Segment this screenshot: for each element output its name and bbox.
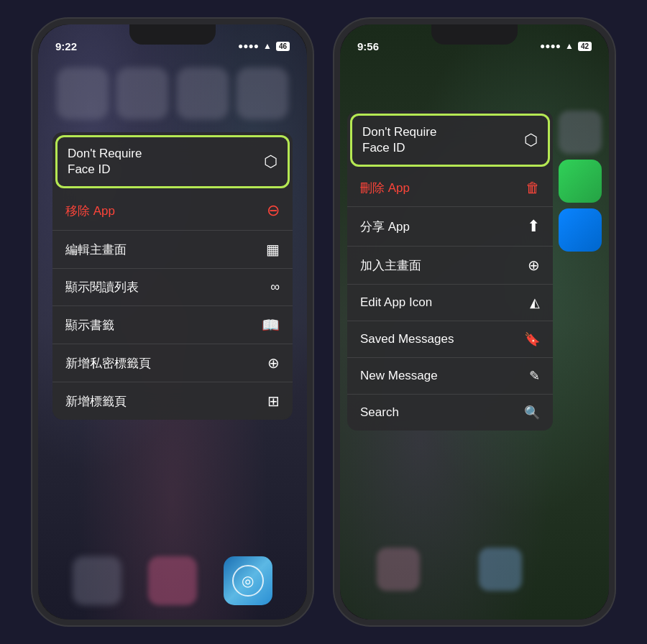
- app-icon-blur-2: [116, 68, 168, 119]
- menu-item-private-tab-1[interactable]: 新增私密標籤頁 ⊕: [52, 344, 293, 382]
- safari-icon-1: ◎: [224, 556, 272, 605]
- delete-icon-2: 🗑: [526, 180, 540, 196]
- menu-item-share-app-2[interactable]: 分享 App ⬆: [347, 207, 553, 247]
- app-icon-blur-4: [237, 68, 288, 119]
- signal-icon-1: ●●●●: [238, 41, 259, 51]
- battery-badge-1: 46: [276, 42, 290, 51]
- safari-compass: ◎: [232, 565, 264, 597]
- add-home-icon-2: ⊕: [528, 257, 540, 274]
- app-icon-blur-3: [177, 68, 229, 119]
- share-icon-2: ⬆: [527, 217, 540, 236]
- phone-2: 9:56 ●●●● ▲ 42 Don't Require Face ID ⬡: [334, 19, 615, 625]
- dont-require-face-id-label-2: Don't Require Face ID: [362, 124, 436, 156]
- menu-item-saved-messages-2[interactable]: Saved Messages 🔖: [347, 321, 553, 358]
- menu-item-search-2[interactable]: Search 🔍: [347, 395, 553, 431]
- app-icon-blur-1: [57, 68, 109, 119]
- saved-messages-label-2: Saved Messages: [360, 332, 454, 346]
- menu-item-edit-home-1[interactable]: 編輯主畫面 ▦: [52, 231, 293, 269]
- menu-item-bookmarks-1[interactable]: 顯示書籤 📖: [52, 306, 293, 344]
- delete-app-label-2: 刪除 App: [360, 180, 410, 196]
- search-label-2: Search: [360, 405, 399, 420]
- bottom-app-1: [377, 548, 420, 591]
- menu-item-edit-icon-2[interactable]: Edit App Icon ◭: [347, 285, 553, 321]
- edit-icon-icon-2: ◭: [530, 295, 540, 310]
- battery-badge-2: 42: [578, 42, 592, 51]
- side-app-blue: [559, 208, 602, 252]
- reading-list-label-1: 顯示閱讀列表: [65, 279, 139, 295]
- highlighted-item-1[interactable]: Don't Require Face ID ⬡: [55, 135, 290, 188]
- notch-1: [129, 24, 216, 45]
- status-time-1: 9:22: [55, 40, 77, 52]
- bookmarks-label-1: 顯示書籤: [65, 317, 114, 334]
- menu-item-reading-list-1[interactable]: 顯示閱讀列表 ∞: [52, 269, 293, 306]
- search-icon-2: 🔍: [524, 405, 540, 420]
- menu-item-add-home-2[interactable]: 加入主畫面 ⊕: [347, 247, 553, 285]
- status-right-1: ●●●● ▲ 46: [238, 41, 290, 51]
- bookmarks-icon-1: 📖: [262, 316, 280, 334]
- face-id-icon-1: ⬡: [264, 152, 277, 171]
- reading-list-icon-1: ∞: [270, 280, 280, 295]
- highlighted-item-2[interactable]: Don't Require Face ID ⬡: [350, 114, 550, 167]
- share-app-label-2: 分享 App: [360, 218, 410, 235]
- menu-item-delete-app-2[interactable]: 刪除 App 🗑: [347, 170, 553, 207]
- edit-icon-label-2: Edit App Icon: [360, 295, 432, 310]
- remove-icon-1: ⊖: [267, 201, 280, 220]
- edit-home-label-1: 編輯主畫面: [65, 242, 127, 258]
- menu-item-new-message-2[interactable]: New Message ✎: [347, 358, 553, 395]
- dock-1: ◎: [38, 556, 307, 605]
- context-menu-2: Don't Require Face ID ⬡ 刪除 App 🗑 分享 App …: [347, 111, 553, 431]
- face-id-icon-2: ⬡: [524, 131, 538, 150]
- menu-item-remove-app-1[interactable]: 移除 App ⊖: [52, 191, 293, 231]
- signal-icon-2: ●●●●: [540, 41, 561, 51]
- wifi-icon-1: ▲: [263, 41, 272, 51]
- status-time-2: 9:56: [357, 40, 379, 52]
- notch-2: [431, 24, 518, 45]
- phone-1: 9:22 ●●●● ▲ 46 Don't Require Face ID ⬡: [32, 19, 313, 625]
- add-home-label-2: 加入主畫面: [360, 257, 421, 274]
- new-tab-label-1: 新增標籤頁: [65, 393, 127, 410]
- private-tab-label-1: 新增私密標籤頁: [65, 355, 151, 372]
- new-message-label-2: New Message: [360, 369, 438, 383]
- saved-messages-icon-2: 🔖: [524, 331, 540, 347]
- context-menu-1: Don't Require Face ID ⬡ 移除 App ⊖ 編輯主畫面 ▦…: [52, 132, 293, 420]
- menu-item-new-tab-1[interactable]: 新增標籤頁 ⊞: [52, 382, 293, 420]
- bottom-apps-2: [347, 548, 551, 591]
- wifi-icon-2: ▲: [565, 41, 574, 51]
- app-icons-top-1: [38, 68, 307, 119]
- side-app-green: [559, 160, 602, 203]
- side-app-1: [559, 111, 602, 154]
- edit-home-icon-1: ▦: [266, 241, 280, 258]
- new-message-icon-2: ✎: [529, 368, 540, 384]
- remove-app-label-1: 移除 App: [65, 203, 115, 219]
- private-tab-icon-1: ⊕: [267, 354, 280, 372]
- dock-icon-instagram: [148, 556, 197, 605]
- dock-icon-photos: [73, 556, 121, 605]
- bottom-app-2: [479, 548, 522, 591]
- side-apps-2: [559, 111, 602, 252]
- dont-require-face-id-label-1: Don't Require Face ID: [68, 146, 142, 178]
- status-right-2: ●●●● ▲ 42: [540, 41, 592, 51]
- new-tab-icon-1: ⊞: [267, 392, 280, 410]
